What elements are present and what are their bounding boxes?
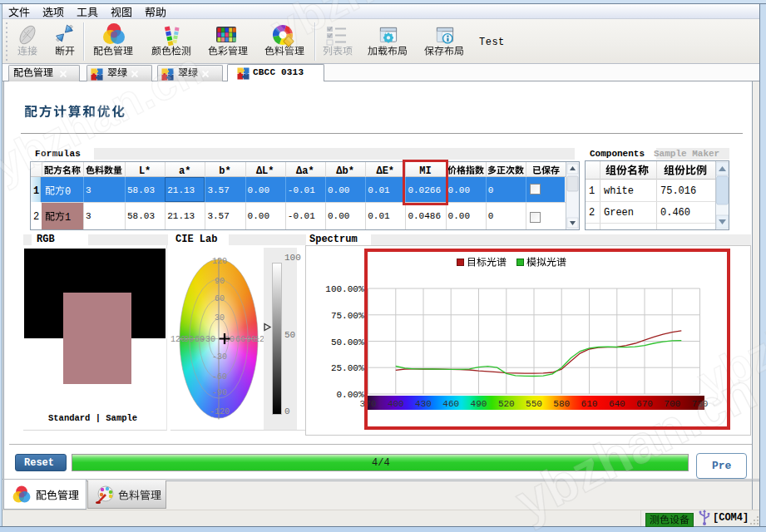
- svg-text:120: 120: [212, 257, 227, 266]
- svg-text:-30: -30: [200, 335, 215, 344]
- svg-text:90: 90: [215, 277, 225, 286]
- svg-text:-120: -120: [210, 407, 230, 416]
- svg-text:-60: -60: [212, 372, 227, 382]
- svg-text:30: 30: [215, 313, 225, 323]
- svg-text:-90: -90: [212, 388, 227, 397]
- svg-text:-30: -30: [212, 352, 227, 362]
- svg-text:60: 60: [215, 294, 225, 303]
- svg-text:60: 60: [235, 335, 245, 344]
